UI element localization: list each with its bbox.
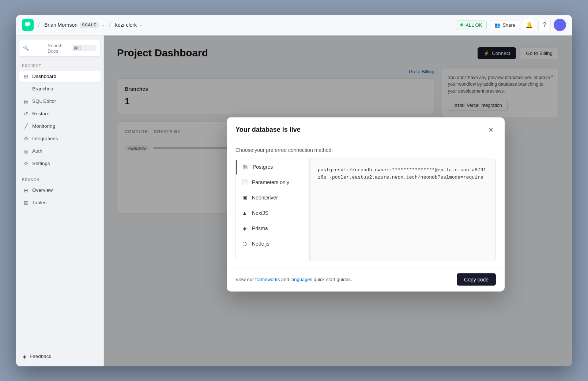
sidebar-item-branches[interactable]: ⑂ Branches xyxy=(19,83,101,94)
breadcrumb-sep-2: / xyxy=(109,21,111,29)
app-window: / Brian Morrison SCALE ⌄ / kozi-clerk ⌄ … xyxy=(16,15,572,366)
modal-close-button[interactable]: ✕ xyxy=(486,124,496,135)
modal-footer: View our frameworks and languages quick … xyxy=(227,267,505,291)
prisma-icon: ◈ xyxy=(241,224,248,232)
sidebar-auth-label: Auth xyxy=(32,148,42,154)
restore-icon: ↺ xyxy=(23,111,29,117)
footer-middle: and xyxy=(281,277,290,282)
user-breadcrumb[interactable]: Brian Morrison SCALE ⌄ xyxy=(44,22,105,28)
connection-list: 🐘 Postgres 📄 Parameters only ▣ NeonDrive… xyxy=(236,159,309,261)
connection-parameters[interactable]: 📄 Parameters only xyxy=(236,174,309,190)
nodejs-label: Node.js xyxy=(252,240,269,246)
sidebar-tables-label: Tables xyxy=(32,200,46,205)
modal-title: Your database is live xyxy=(235,126,301,134)
sidebar-item-auth[interactable]: ◎ Auth xyxy=(19,146,101,157)
project-breadcrumb[interactable]: kozi-clerk ⌄ xyxy=(115,22,143,28)
status-indicator: ALL OK xyxy=(456,20,487,30)
connection-string-panel[interactable]: postgresql://neondb_owner:**************… xyxy=(310,159,495,261)
sidebar-restore-label: Restore xyxy=(32,111,49,116)
modal-subtitle: Choose your preferred connection method: xyxy=(235,147,496,153)
branch-section-label: BRANCH xyxy=(19,175,101,183)
sidebar-item-monitoring[interactable]: ╱ Monitoring xyxy=(19,121,101,132)
topbar-right: ALL OK 👥 Share 🔔 ? xyxy=(456,19,566,31)
main-layout: 🔍 Search Docs ⌘K PROJECT ⊞ Dashboard ⑂ B… xyxy=(16,36,572,366)
feedback-icon: ◈ xyxy=(23,354,27,359)
sidebar-integrations-label: Integrations xyxy=(32,136,58,141)
monitoring-icon: ╱ xyxy=(23,123,29,129)
footer-suffix: quick start guides. xyxy=(314,277,352,282)
settings-icon: ⚙ xyxy=(23,161,29,167)
status-dot xyxy=(460,23,463,26)
share-button[interactable]: 👥 Share xyxy=(490,20,520,30)
integrations-icon: ⚙ xyxy=(23,136,29,142)
sidebar-settings-label: Settings xyxy=(32,161,50,166)
status-label: ALL OK xyxy=(466,22,482,28)
breadcrumb-sep-1: / xyxy=(38,21,40,29)
connection-prisma[interactable]: ◈ Prisma xyxy=(236,220,309,236)
connection-neon-driver[interactable]: ▣ NeonDriver xyxy=(236,190,309,205)
sidebar-item-restore[interactable]: ↺ Restore xyxy=(19,108,101,119)
postgres-label: Postgres xyxy=(253,164,273,169)
sidebar-branches-label: Branches xyxy=(32,86,53,91)
neon-driver-label: NeonDriver xyxy=(252,194,278,200)
topbar: / Brian Morrison SCALE ⌄ / kozi-clerk ⌄ … xyxy=(16,15,572,36)
dashboard-icon: ⊞ xyxy=(23,74,29,79)
sidebar-overview-label: Overview xyxy=(32,187,53,193)
footer-prefix: View our xyxy=(235,277,255,282)
modal-content: 🐘 Postgres 📄 Parameters only ▣ NeonDrive… xyxy=(235,158,496,261)
sidebar-monitoring-label: Monitoring xyxy=(32,123,55,129)
search-docs-bar[interactable]: 🔍 Search Docs ⌘K xyxy=(19,40,101,57)
sidebar-sql-label: SQL Editor xyxy=(32,98,56,104)
help-button[interactable]: ? xyxy=(538,19,551,31)
sidebar-item-tables[interactable]: ▤ Tables xyxy=(19,197,101,208)
tables-icon: ▤ xyxy=(23,200,29,206)
parameters-label: Parameters only xyxy=(252,179,289,185)
project-chevron-icon: ⌄ xyxy=(139,22,143,27)
neon-logo[interactable] xyxy=(22,19,34,31)
modal-header: Your database is live ✕ xyxy=(227,117,505,141)
avatar[interactable] xyxy=(554,19,566,31)
connection-nextjs[interactable]: ▲ NextJS xyxy=(236,205,309,220)
share-icon: 👥 xyxy=(494,22,500,28)
connection-postgres[interactable]: 🐘 Postgres xyxy=(236,159,309,174)
footer-text: View our frameworks and languages quick … xyxy=(235,277,352,282)
search-label: Search Docs xyxy=(48,43,69,54)
user-name: Brian Morrison xyxy=(44,22,78,28)
connection-string: postgresql://neondb_owner:**************… xyxy=(318,167,486,180)
scale-badge: SCALE xyxy=(80,22,99,28)
project-name: kozi-clerk xyxy=(115,22,137,28)
notifications-button[interactable]: 🔔 xyxy=(523,19,535,31)
connection-nodejs[interactable]: ⬡ Node.js xyxy=(236,236,309,251)
nextjs-icon: ▲ xyxy=(241,209,248,216)
parameters-icon: 📄 xyxy=(241,178,248,186)
neon-driver-icon: ▣ xyxy=(241,194,248,201)
sidebar-item-dashboard[interactable]: ⊞ Dashboard xyxy=(19,71,101,82)
overview-icon: ⊞ xyxy=(23,187,29,193)
main-content: Project Dashboard ⚡ Connect Go to Billin… xyxy=(104,36,572,366)
prisma-label: Prisma xyxy=(252,225,268,231)
branches-icon: ⑂ xyxy=(23,86,29,92)
auth-icon: ◎ xyxy=(23,148,29,154)
search-icon: 🔍 xyxy=(23,45,45,51)
sidebar-item-overview[interactable]: ⊞ Overview xyxy=(19,185,101,196)
sidebar-dashboard-label: Dashboard xyxy=(32,74,56,79)
help-icon: ? xyxy=(543,22,546,28)
nextjs-label: NextJS xyxy=(252,210,268,216)
postgres-icon: 🐘 xyxy=(242,163,249,170)
project-section-label: PROJECT xyxy=(19,61,101,70)
sidebar-item-sql-editor[interactable]: ▤ SQL Editor xyxy=(19,96,101,107)
user-chevron-icon: ⌄ xyxy=(101,22,105,27)
database-live-modal: Your database is live ✕ Choose your pref… xyxy=(227,117,505,291)
feedback-button[interactable]: ◈ Feedback xyxy=(19,351,101,362)
bell-icon: 🔔 xyxy=(525,22,533,29)
languages-link[interactable]: languages xyxy=(290,277,312,282)
frameworks-link[interactable]: frameworks xyxy=(255,277,280,282)
sql-editor-icon: ▤ xyxy=(23,98,29,104)
search-shortcut: ⌘K xyxy=(72,45,97,51)
sidebar-item-settings[interactable]: ⚙ Settings xyxy=(19,158,101,169)
sidebar: 🔍 Search Docs ⌘K PROJECT ⊞ Dashboard ⑂ B… xyxy=(16,36,104,366)
sidebar-feedback-label: Feedback xyxy=(30,354,51,359)
sidebar-item-integrations[interactable]: ⚙ Integrations xyxy=(19,133,101,144)
modal-body: Choose your preferred connection method:… xyxy=(227,141,505,267)
copy-code-button[interactable]: Copy code xyxy=(457,273,496,285)
